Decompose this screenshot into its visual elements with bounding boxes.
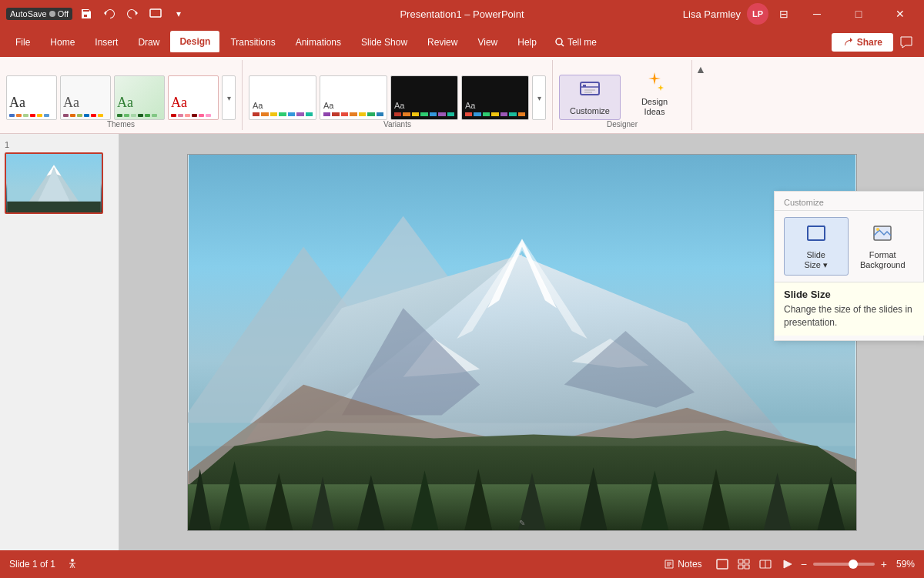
theme-office[interactable]: Aa <box>6 75 57 120</box>
theme-4[interactable]: Aa <box>168 75 219 120</box>
slide-sorter-icon[interactable] <box>736 556 752 572</box>
app-title: Presentation1 – PowerPoint <box>400 8 524 20</box>
tell-me-label: Tell me <box>567 37 597 48</box>
format-background-dropdown-button[interactable]: FormatBackground <box>852 218 915 275</box>
svg-rect-5 <box>583 85 586 87</box>
customize-dropdown-panel: Customize SlideSize ▾ <box>774 191 924 341</box>
menu-draw[interactable]: Draw <box>129 31 169 54</box>
themes-label: Themes <box>107 120 135 130</box>
menu-animations[interactable]: Animations <box>286 31 350 54</box>
menu-bar: File Home Insert Draw Design Transitions… <box>0 28 924 57</box>
menu-view[interactable]: View <box>468 31 507 54</box>
slide-count-label: Slide 1 of 1 <box>9 559 55 570</box>
slide-size-icon <box>805 222 827 248</box>
customize-dropdown-row: SlideSize ▾ FormatBackground <box>775 214 923 279</box>
svg-rect-44 <box>188 423 855 446</box>
svg-rect-50 <box>738 560 743 563</box>
user-avatar[interactable]: LP <box>747 3 768 25</box>
user-name: Lisa Parmley <box>683 8 741 20</box>
autosave-state: Off <box>58 9 69 18</box>
undo-icon[interactable] <box>100 5 119 23</box>
present-icon[interactable] <box>146 5 165 23</box>
slide-size-popup-desc: Change the size of the slides in present… <box>784 303 919 329</box>
svg-marker-56 <box>784 560 792 568</box>
svg-rect-49 <box>717 560 728 569</box>
svg-point-45 <box>71 559 74 562</box>
svg-point-1 <box>556 38 562 45</box>
ribbon-collapse[interactable]: ▲ <box>692 60 709 130</box>
menu-design[interactable]: Design <box>170 31 219 54</box>
theme-3[interactable]: Aa <box>114 75 165 120</box>
ribbon-display-icon[interactable]: ⊟ <box>775 5 793 23</box>
customize-icon <box>578 79 602 103</box>
share-button[interactable]: Share <box>832 33 893 52</box>
svg-point-11 <box>876 228 879 231</box>
variant-1[interactable]: Aa <box>249 75 316 120</box>
ribbon: Aa Aa <box>0 57 924 134</box>
themes-dropdown-button[interactable]: ▾ <box>222 75 236 120</box>
zoom-slider-thumb[interactable] <box>849 560 858 569</box>
slide-panel: 1 <box>0 134 119 550</box>
design-ideas-button[interactable]: DesignIdeas <box>624 66 685 120</box>
menu-insert[interactable]: Insert <box>85 31 127 54</box>
ribbon-variants-section: Aa Aa <box>243 60 553 130</box>
reading-view-icon[interactable] <box>758 556 773 572</box>
themes-row: Aa Aa <box>6 63 236 120</box>
variants-dropdown-button[interactable]: ▾ <box>532 75 546 120</box>
maximize-button[interactable]: □ <box>841 0 876 28</box>
accessibility-icon[interactable] <box>65 556 80 572</box>
slide-size-dropdown-label: SlideSize ▾ <box>805 250 828 270</box>
menu-file[interactable]: File <box>6 31 39 54</box>
menu-review[interactable]: Review <box>418 31 467 54</box>
svg-rect-16 <box>7 202 101 212</box>
slide-size-dropdown-button[interactable]: SlideSize ▾ <box>784 217 849 276</box>
slide-canvas[interactable]: ✎ <box>187 154 857 531</box>
menu-slideshow[interactable]: Slide Show <box>352 31 417 54</box>
notes-label: Notes <box>678 559 701 570</box>
normal-view-icon[interactable] <box>715 556 730 572</box>
variants-row: Aa Aa <box>249 63 546 120</box>
comments-button[interactable] <box>895 31 918 54</box>
notes-button[interactable]: Notes <box>658 556 708 572</box>
customize-button[interactable]: Customize <box>559 75 621 120</box>
zoom-slider[interactable] <box>813 563 875 566</box>
designer-label: Designer <box>607 120 638 130</box>
zoom-plus-button[interactable]: + <box>881 558 887 570</box>
title-bar-right: Lisa Parmley LP ⊟ ─ □ ✕ <box>683 0 918 28</box>
svg-rect-8 <box>808 226 825 240</box>
customize-label: Customize <box>570 106 610 116</box>
customize-qat-icon[interactable]: ▾ <box>169 5 188 23</box>
menu-transitions[interactable]: Transitions <box>221 31 284 54</box>
zoom-percent-label: 59% <box>893 559 915 570</box>
design-ideas-icon <box>642 69 667 94</box>
format-background-icon <box>872 222 893 248</box>
variant-3[interactable]: Aa <box>390 75 458 120</box>
minimize-button[interactable]: ─ <box>799 0 835 28</box>
close-button[interactable]: ✕ <box>882 0 918 28</box>
menu-help[interactable]: Help <box>508 31 546 54</box>
ribbon-themes-section: Aa Aa <box>0 60 243 130</box>
autosave-dot <box>49 11 55 17</box>
title-bar: AutoSave Off ▾ Presentation1 – PowerPoin… <box>0 0 924 28</box>
autosave-badge[interactable]: AutoSave Off <box>6 8 72 20</box>
tell-me-field[interactable]: Tell me <box>547 33 604 52</box>
slide-1-thumbnail[interactable] <box>5 152 103 214</box>
slide-number-label: 1 <box>5 140 114 149</box>
variant-4[interactable]: Aa <box>461 75 529 120</box>
theme-2[interactable]: Aa <box>60 75 111 120</box>
slide-thumb-image <box>6 154 102 212</box>
save-icon[interactable] <box>77 5 95 23</box>
slide-size-popup: Slide Size Change the size of the slides… <box>775 282 924 336</box>
slideshow-icon[interactable] <box>779 556 795 572</box>
status-bar-right: Notes − + 59% <box>658 556 915 572</box>
svg-rect-0 <box>150 9 161 17</box>
redo-icon[interactable] <box>123 5 142 23</box>
svg-rect-53 <box>745 565 749 569</box>
variant-2[interactable]: Aa <box>320 75 387 120</box>
zoom-minus-button[interactable]: − <box>801 558 807 570</box>
menu-home[interactable]: Home <box>41 31 84 54</box>
variants-label: Variants <box>383 120 411 130</box>
design-ideas-label: DesignIdeas <box>641 97 668 117</box>
format-background-dropdown-label: FormatBackground <box>860 250 906 270</box>
slide-edit-indicator: ✎ <box>519 519 525 527</box>
